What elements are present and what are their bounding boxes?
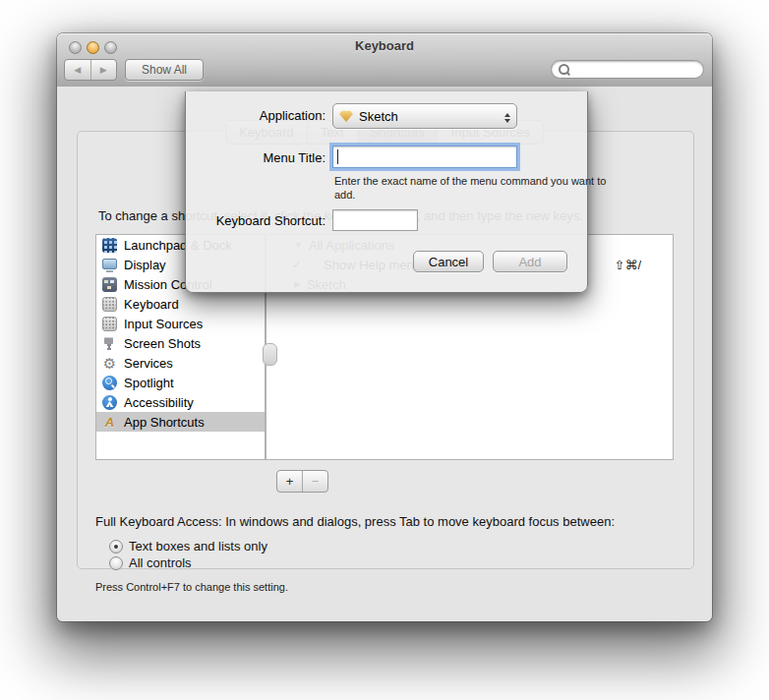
control-f7-note: Press Control+F7 to change this setting. bbox=[95, 581, 288, 593]
access-icon bbox=[102, 395, 117, 410]
sidebar-item-label: Screen Shots bbox=[124, 336, 201, 351]
sidebar-item-keyboard[interactable]: Keyboard bbox=[96, 294, 265, 314]
application-label: Application: bbox=[186, 108, 325, 123]
radio-button-icon[interactable] bbox=[109, 540, 123, 554]
desktop-background: Keyboard ◀ ▶ Show All KeyboardTextShortc… bbox=[0, 0, 769, 700]
sidebar-item-label: Keyboard bbox=[124, 297, 179, 312]
show-all-button[interactable]: Show All bbox=[125, 59, 204, 81]
sidebar-item-label: Input Sources bbox=[124, 317, 203, 331]
screenshot-icon bbox=[102, 336, 117, 351]
add-shortcut-button[interactable]: + bbox=[277, 471, 302, 492]
display-icon bbox=[102, 258, 117, 272]
spotlight-icon bbox=[102, 376, 117, 390]
back-icon: ◀ bbox=[74, 65, 81, 75]
popup-arrows-icon bbox=[504, 110, 510, 126]
radio-option-all-controls[interactable]: All controls bbox=[109, 555, 192, 570]
sidebar-item-spotlight[interactable]: Spotlight bbox=[96, 373, 265, 392]
sidebar-item-label: Services bbox=[124, 356, 173, 371]
sidebar-item-services[interactable]: ⚙Services bbox=[96, 353, 265, 373]
keyboard-preferences-window: Keyboard ◀ ▶ Show All KeyboardTextShortc… bbox=[57, 33, 712, 621]
launchpad-icon bbox=[102, 238, 117, 253]
forward-button[interactable]: ▶ bbox=[91, 60, 117, 80]
appshort-icon: A bbox=[102, 415, 117, 430]
keyboard-shortcut-input[interactable] bbox=[332, 209, 418, 231]
sidebar-item-label: Accessibility bbox=[124, 395, 194, 410]
window-title: Keyboard bbox=[57, 38, 712, 53]
sidebar-item-app-shortcuts[interactable]: AApp Shortcuts bbox=[96, 412, 265, 432]
search-field[interactable] bbox=[551, 60, 704, 79]
menu-title-label: Menu Title: bbox=[186, 150, 325, 165]
forward-icon: ▶ bbox=[100, 65, 107, 75]
keyboard-icon bbox=[102, 297, 117, 312]
back-button[interactable]: ◀ bbox=[65, 60, 91, 80]
sidebar-item-input-sources[interactable]: Input Sources bbox=[96, 314, 265, 333]
list-edit-controls: + − bbox=[276, 470, 328, 493]
window-chrome: Keyboard ◀ ▶ Show All bbox=[57, 33, 712, 88]
application-value: Sketch bbox=[359, 109, 398, 124]
radio-option-label: All controls bbox=[129, 555, 192, 570]
sidebar-item-label: Spotlight bbox=[124, 376, 174, 390]
full-keyboard-access-label: Full Keyboard Access: In windows and dia… bbox=[95, 514, 615, 529]
cancel-button[interactable]: Cancel bbox=[413, 251, 484, 272]
sidebar-scrollbar-thumb[interactable] bbox=[263, 343, 277, 366]
sidebar-item-accessibility[interactable]: Accessibility bbox=[96, 392, 265, 412]
text-caret bbox=[337, 149, 338, 164]
add-button[interactable]: Add bbox=[493, 251, 567, 272]
menu-title-helper-text: Enter the exact name of the menu command… bbox=[334, 174, 610, 202]
search-input[interactable] bbox=[573, 62, 703, 78]
sidebar-item-screen-shots[interactable]: Screen Shots bbox=[96, 333, 265, 353]
radio-button-icon[interactable] bbox=[109, 556, 123, 570]
mission-icon bbox=[102, 277, 117, 292]
add-app-shortcut-sheet: Application: Sketch Menu Title: Enter th… bbox=[185, 91, 588, 293]
search-icon bbox=[559, 64, 569, 75]
gear-icon: ⚙ bbox=[102, 356, 117, 371]
sidebar-item-label: App Shortcuts bbox=[124, 415, 205, 430]
radio-option-label: Text boxes and lists only bbox=[129, 539, 267, 554]
sidebar-item-label: Display bbox=[124, 258, 166, 272]
keyboard-shortcut-label: Keyboard Shortcut: bbox=[186, 213, 325, 228]
remove-shortcut-button[interactable]: − bbox=[302, 471, 327, 492]
application-popup[interactable]: Sketch bbox=[332, 103, 517, 129]
menu-title-input[interactable] bbox=[332, 146, 517, 168]
sketch-app-icon bbox=[339, 110, 353, 122]
keyboard-icon bbox=[102, 317, 117, 331]
radio-option-text-boxes-and-lists-only[interactable]: Text boxes and lists only bbox=[109, 539, 267, 554]
shortcut-keys: ⇧⌘/ bbox=[614, 258, 641, 272]
navigation-buttons: ◀ ▶ bbox=[64, 59, 117, 81]
